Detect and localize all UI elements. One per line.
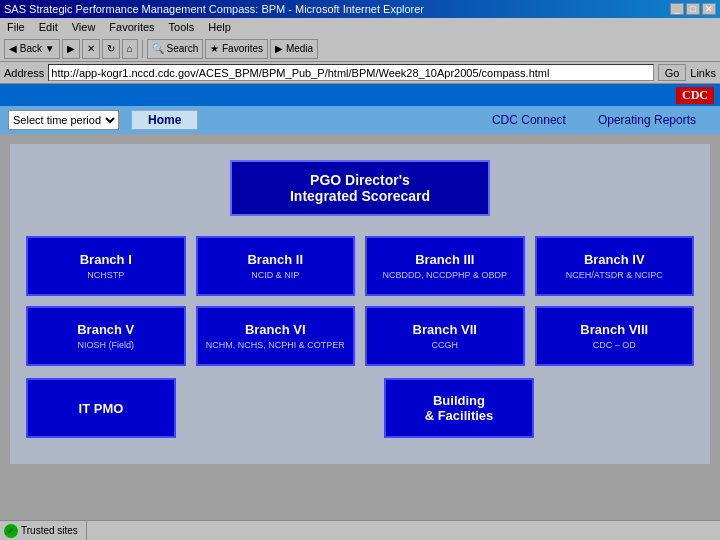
- search-button[interactable]: 🔍 Search: [147, 39, 203, 59]
- media-button[interactable]: ▶ Media: [270, 39, 318, 59]
- window-title: SAS Strategic Performance Management Com…: [4, 3, 424, 15]
- menu-view[interactable]: View: [69, 21, 99, 33]
- branch-viii-sub: CDC – OD: [593, 340, 636, 350]
- branch-iv-label: Branch IV: [584, 252, 645, 267]
- branch-viii-label: Branch VIII: [580, 322, 648, 337]
- menu-file[interactable]: File: [4, 21, 28, 33]
- main-content: PGO Director's Integrated Scorecard Bran…: [0, 134, 720, 520]
- branch-vii-label: Branch VII: [413, 322, 477, 337]
- branch-vi-sub: NCHM, NCHS, NCPHI & COTPER: [206, 340, 345, 350]
- branch-v-button[interactable]: Branch V NIOSH (Field): [26, 306, 186, 366]
- menu-tools[interactable]: Tools: [166, 21, 198, 33]
- branch-ii-label: Branch II: [247, 252, 303, 267]
- time-period-select[interactable]: Select time period: [8, 110, 119, 130]
- menu-favorites[interactable]: Favorites: [106, 21, 157, 33]
- menu-bar: File Edit View Favorites Tools Help: [0, 18, 720, 36]
- branch-vi-label: Branch VI: [245, 322, 306, 337]
- branch-v-sub: NIOSH (Field): [77, 340, 134, 350]
- menu-edit[interactable]: Edit: [36, 21, 61, 33]
- close-button[interactable]: ✕: [702, 3, 716, 15]
- window-controls[interactable]: _ □ ✕: [670, 3, 716, 15]
- branch-i-label: Branch I: [80, 252, 132, 267]
- security-icon: ✓: [4, 524, 18, 538]
- cdc-logo: CDC: [676, 87, 714, 104]
- bottom-row: IT PMO Building & Facilities: [26, 378, 694, 438]
- branch-i-button[interactable]: Branch I NCHSTP: [26, 236, 186, 296]
- branch-iv-sub: NCEH/ATSDR & NCIPC: [566, 270, 663, 280]
- branch-vii-button[interactable]: Branch VII CCGH: [365, 306, 525, 366]
- toolbar-separator: [142, 40, 143, 58]
- branch-vi-button[interactable]: Branch VI NCHM, NCHS, NCPHI & COTPER: [196, 306, 356, 366]
- title-bar: SAS Strategic Performance Management Com…: [0, 0, 720, 18]
- address-label: Address: [4, 67, 44, 79]
- maximize-button[interactable]: □: [686, 3, 700, 15]
- building-facilities-button[interactable]: Building & Facilities: [384, 378, 534, 438]
- branch-iii-label: Branch III: [415, 252, 474, 267]
- status-bar: ✓ Trusted sites: [0, 520, 720, 540]
- forward-button[interactable]: ▶: [62, 39, 80, 59]
- status-zone: ✓ Trusted sites: [4, 521, 87, 540]
- director-scorecard-button[interactable]: PGO Director's Integrated Scorecard: [230, 160, 490, 216]
- director-title: PGO Director's: [252, 172, 468, 188]
- go-button[interactable]: Go: [658, 64, 687, 81]
- it-pmo-button[interactable]: IT PMO: [26, 378, 176, 438]
- branch-grid: Branch I NCHSTP Branch II NCID & NIP Bra…: [26, 236, 694, 366]
- scorecard-container: PGO Director's Integrated Scorecard Bran…: [10, 144, 710, 464]
- status-zone-label: Trusted sites: [21, 525, 78, 536]
- nav-cdc-connect[interactable]: CDC Connect: [476, 111, 582, 129]
- branch-iv-button[interactable]: Branch IV NCEH/ATSDR & NCIPC: [535, 236, 695, 296]
- links-label: Links: [690, 67, 716, 79]
- cdc-header: CDC: [0, 84, 720, 106]
- it-pmo-label: IT PMO: [79, 401, 124, 416]
- refresh-button[interactable]: ↻: [102, 39, 120, 59]
- address-input[interactable]: [48, 64, 653, 81]
- nav-operating-reports[interactable]: Operating Reports: [582, 111, 712, 129]
- back-button[interactable]: ◀ Back ▼: [4, 39, 60, 59]
- branch-ii-button[interactable]: Branch II NCID & NIP: [196, 236, 356, 296]
- favorites-button[interactable]: ★ Favorites: [205, 39, 268, 59]
- branch-vii-sub: CCGH: [432, 340, 459, 350]
- branch-viii-button[interactable]: Branch VIII CDC – OD: [535, 306, 695, 366]
- director-subtitle: Integrated Scorecard: [252, 188, 468, 204]
- home-button[interactable]: ⌂: [122, 39, 138, 59]
- menu-help[interactable]: Help: [205, 21, 234, 33]
- branch-iii-button[interactable]: Branch III NCBDDD, NCCDPHP & OBDP: [365, 236, 525, 296]
- branch-v-label: Branch V: [77, 322, 134, 337]
- minimize-button[interactable]: _: [670, 3, 684, 15]
- branch-iii-sub: NCBDDD, NCCDPHP & OBDP: [383, 270, 507, 280]
- building-facilities-label: Building & Facilities: [425, 393, 494, 423]
- branch-ii-sub: NCID & NIP: [251, 270, 299, 280]
- address-bar: Address Go Links: [0, 62, 720, 84]
- toolbar: ◀ Back ▼ ▶ ✕ ↻ ⌂ 🔍 Search ★ Favorites ▶ …: [0, 36, 720, 62]
- branch-i-sub: NCHSTP: [87, 270, 124, 280]
- nav-home[interactable]: Home: [131, 110, 198, 130]
- stop-button[interactable]: ✕: [82, 39, 100, 59]
- nav-bar: Select time period Home CDC Connect Oper…: [0, 106, 720, 134]
